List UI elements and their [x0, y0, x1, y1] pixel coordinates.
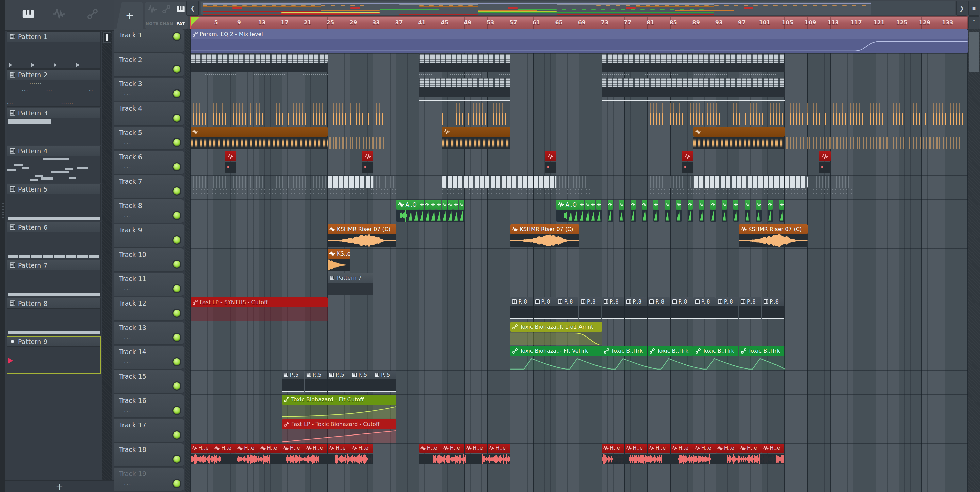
pattern-item-header[interactable]: Pattern 6 [7, 222, 100, 232]
mini-audio-clip[interactable] [436, 200, 441, 210]
clip-pattern-dim[interactable] [808, 175, 853, 198]
mini-audio-clip[interactable] [653, 200, 659, 210]
add-track-tab[interactable]: + [116, 2, 143, 29]
clip-audio-run[interactable]: H..eH..eH..eH..eH..eH..eH..eH..e [602, 444, 785, 468]
clip-audio-riser[interactable]: KSHMR Riser 07 (C) [328, 224, 396, 248]
clip-header[interactable]: H..e [671, 444, 693, 453]
tab-chan[interactable]: CHAN [159, 2, 173, 29]
clip-note-stripes[interactable] [191, 102, 385, 126]
clip-note-stripes[interactable] [442, 102, 511, 126]
clip-header[interactable]: H..e [191, 444, 213, 453]
clip-header[interactable]: H..e [236, 444, 259, 453]
mute-led[interactable] [173, 261, 180, 268]
clip-automation[interactable]: Param. EQ 2 - Mix level [191, 29, 968, 53]
mini-audio-clip[interactable] [430, 200, 436, 210]
track-row[interactable]: Track 12··· [114, 297, 185, 321]
playlist-grid[interactable]: Param. EQ 2 - Mix levelA..OA..OKSHMR Ris… [189, 29, 968, 492]
track-row[interactable]: Track 1··· [114, 29, 185, 53]
mute-led[interactable] [173, 382, 180, 390]
pattern-run-cell[interactable]: P..5 [305, 371, 327, 392]
clip-pattern-dim[interactable] [556, 175, 591, 198]
pattern-item-header[interactable]: Pattern 5 [7, 184, 100, 194]
clip-audio-green[interactable]: A..O [396, 200, 419, 210]
piano-icon[interactable] [22, 9, 34, 19]
track-row[interactable]: Track 11··· [114, 272, 185, 296]
clip-automation[interactable]: Toxic Biohaza..lt Lfo1 Amnt [511, 322, 602, 346]
clip-audio-single[interactable] [722, 200, 728, 223]
track-options-dots[interactable]: ··· [124, 384, 132, 390]
clip-pattern-bright[interactable] [442, 175, 556, 198]
clip-header[interactable]: H..e [762, 444, 784, 453]
clip-pattern-run[interactable]: P..5P..5P..5P..5P..5 [282, 371, 396, 394]
mini-audio-clip[interactable] [453, 200, 458, 210]
clip-pattern-blocks[interactable] [419, 54, 511, 78]
clip-audio-single[interactable] [608, 200, 614, 223]
mini-audio-clip[interactable] [590, 200, 595, 210]
track-options-dots[interactable]: ··· [124, 482, 132, 488]
pattern-run-cell[interactable]: P..8 [579, 298, 601, 319]
pattern-item[interactable]: Pattern 1 [7, 31, 101, 69]
mini-audio-clip[interactable] [425, 200, 430, 210]
track-row[interactable]: Track 15··· [114, 370, 185, 394]
pattern-item[interactable]: Pattern 4 [7, 146, 101, 183]
clip-header[interactable]: H..e [328, 444, 350, 453]
mute-led[interactable] [173, 90, 180, 97]
track-row[interactable]: Track 10··· [114, 248, 185, 272]
clip-pattern-dim[interactable] [648, 175, 693, 198]
mini-audio-clip[interactable] [745, 200, 750, 210]
pattern-item-header[interactable]: Pattern 2 [7, 70, 100, 80]
tab-note[interactable]: NOTE [145, 2, 159, 29]
mute-led[interactable] [173, 310, 180, 317]
link-icon[interactable] [86, 9, 99, 19]
vertical-scrollbar-thumb[interactable] [969, 32, 979, 72]
track-options-dots[interactable]: ··· [124, 409, 132, 415]
clip-audio-single[interactable] [745, 200, 751, 223]
clip-header[interactable]: H..e [739, 444, 762, 453]
mute-led[interactable] [173, 285, 180, 292]
pattern-item-header[interactable]: Pattern 3 [7, 108, 100, 118]
clip-header[interactable]: H..e [419, 444, 442, 453]
pattern-item-header[interactable]: Pattern 9 [7, 336, 100, 347]
clip-audio-single[interactable] [711, 200, 716, 223]
track-row[interactable]: Track 7··· [114, 175, 185, 199]
mute-led[interactable] [173, 188, 180, 194]
pattern-run-cell[interactable]: P..5 [328, 371, 350, 392]
track-options-dots[interactable]: ··· [124, 214, 132, 220]
clip-audio-single[interactable] [733, 200, 739, 223]
track-row[interactable]: Track 18··· [114, 443, 185, 467]
track-row[interactable]: Track 19··· [114, 468, 185, 491]
clip-header[interactable]: H..e [259, 444, 282, 453]
clip-audio-stub[interactable] [819, 151, 830, 175]
track-row[interactable]: Track 14··· [114, 346, 185, 369]
track-options-dots[interactable]: ··· [124, 140, 132, 146]
clip-audio-mini-run[interactable] [419, 200, 465, 223]
track-row[interactable]: Track 17··· [114, 419, 185, 443]
mini-audio-clip[interactable] [585, 200, 590, 210]
mute-led[interactable] [173, 212, 180, 219]
mini-audio-clip[interactable] [630, 200, 636, 210]
clip-pattern-bright[interactable] [694, 175, 808, 198]
clip-audio-single[interactable] [619, 200, 625, 223]
clip-audio[interactable] [191, 127, 328, 151]
clip-audio-run[interactable]: H..eH..eH..eH..eH..eH..eH..eH..e [191, 444, 373, 468]
tab-pat[interactable]: PAT [173, 2, 188, 29]
pattern-run-cell[interactable]: P..8 [762, 298, 784, 319]
pattern-list-scrollbar[interactable] [102, 31, 112, 480]
pattern-item-header[interactable]: Pattern 1 [7, 32, 100, 42]
clip-note-stripes[interactable] [648, 102, 967, 126]
mini-audio-clip[interactable] [642, 200, 647, 210]
clip-automation[interactable]: Fast LP - Toxic Biohazard - Cutoff [282, 419, 396, 443]
mini-audio-clip[interactable] [665, 200, 670, 210]
pattern-run-cell[interactable]: P..8 [694, 298, 716, 319]
clip-header[interactable]: H..e [716, 444, 739, 453]
mini-audio-clip[interactable] [579, 200, 584, 210]
clip-audio-single[interactable] [688, 200, 694, 223]
clip-header[interactable]: H..e [465, 444, 487, 453]
track-options-dots[interactable]: ··· [124, 67, 132, 73]
mini-audio-clip[interactable] [768, 200, 773, 210]
pattern-item[interactable]: Pattern 8 [7, 298, 101, 336]
clip-header[interactable]: H..e [350, 444, 373, 453]
scroll-up-button[interactable]: ˄ [969, 16, 979, 29]
pattern-item-header[interactable]: Pattern 4 [7, 146, 100, 156]
pattern-item[interactable]: Pattern 9 [7, 336, 101, 374]
